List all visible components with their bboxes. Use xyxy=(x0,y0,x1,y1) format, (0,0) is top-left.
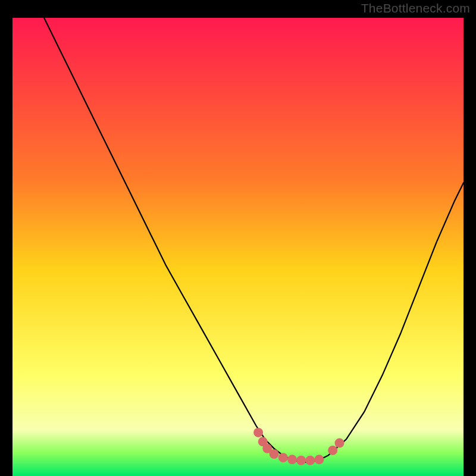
data-marker xyxy=(328,446,337,455)
gradient-bg xyxy=(12,18,464,476)
data-marker xyxy=(270,449,279,459)
data-marker xyxy=(278,453,288,462)
chart-frame: TheBottleneck.com xyxy=(0,0,476,476)
bottleneck-chart xyxy=(12,18,464,476)
watermark-text: TheBottleneck.com xyxy=(361,1,470,15)
data-marker xyxy=(314,455,324,464)
data-marker xyxy=(287,455,297,464)
data-marker xyxy=(305,456,315,465)
data-marker xyxy=(335,439,345,448)
data-marker xyxy=(253,428,263,437)
data-marker xyxy=(296,456,306,465)
plot-area xyxy=(12,18,464,476)
